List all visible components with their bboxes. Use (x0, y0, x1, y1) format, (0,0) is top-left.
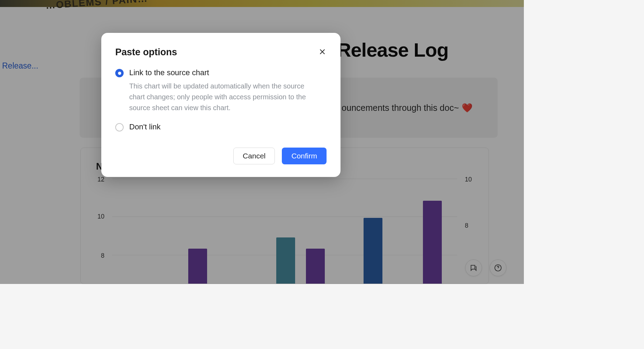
modal-title: Paste options (115, 47, 327, 58)
radio-label: Don't link (129, 122, 161, 131)
cancel-button[interactable]: Cancel (233, 148, 275, 164)
radio-indicator-selected[interactable] (115, 69, 124, 77)
paste-options-modal: Paste options Link to the source chart T… (101, 33, 341, 177)
modal-actions: Cancel Confirm (115, 148, 327, 164)
close-icon (319, 48, 326, 56)
radio-option-link[interactable]: Link to the source chart (115, 68, 327, 77)
radio-label: Link to the source chart (129, 68, 209, 77)
radio-indicator[interactable] (115, 123, 124, 131)
confirm-button[interactable]: Confirm (282, 148, 327, 164)
radio-option-dont-link[interactable]: Don't link (115, 122, 327, 131)
modal-close-button[interactable] (317, 46, 328, 57)
radio-description: This chart will be updated automatically… (129, 81, 318, 113)
